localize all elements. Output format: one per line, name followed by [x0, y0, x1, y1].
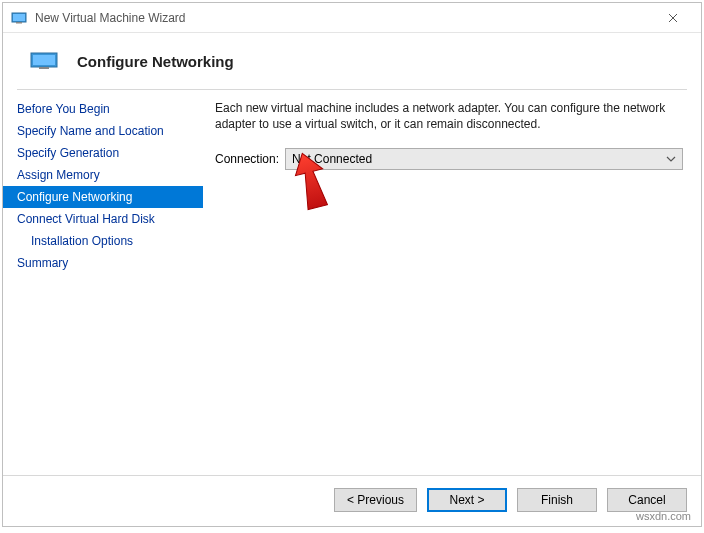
- page-title: Configure Networking: [77, 53, 234, 70]
- wizard-content: Each new virtual machine includes a netw…: [203, 90, 687, 475]
- wizard-steps: Before You Begin Specify Name and Locati…: [3, 90, 203, 475]
- description-text: Each new virtual machine includes a netw…: [215, 100, 683, 132]
- wizard-body: Before You Begin Specify Name and Locati…: [3, 90, 701, 475]
- previous-button[interactable]: < Previous: [334, 488, 417, 512]
- connection-value: Not Connected: [292, 152, 372, 166]
- close-button[interactable]: [653, 4, 693, 32]
- next-button[interactable]: Next >: [427, 488, 507, 512]
- connection-row: Connection: Not Connected: [215, 148, 683, 170]
- app-icon: [11, 10, 27, 26]
- vm-icon: [29, 51, 59, 71]
- titlebar: New Virtual Machine Wizard: [3, 3, 701, 33]
- step-specify-name-location[interactable]: Specify Name and Location: [3, 120, 203, 142]
- wizard-window: New Virtual Machine Wizard Configure Net…: [2, 2, 702, 527]
- step-configure-networking[interactable]: Configure Networking: [3, 186, 203, 208]
- step-before-you-begin[interactable]: Before You Begin: [3, 98, 203, 120]
- step-assign-memory[interactable]: Assign Memory: [3, 164, 203, 186]
- cancel-button[interactable]: Cancel: [607, 488, 687, 512]
- step-connect-virtual-hard-disk[interactable]: Connect Virtual Hard Disk: [3, 208, 203, 230]
- svg-rect-7: [39, 67, 49, 69]
- svg-rect-1: [13, 14, 25, 21]
- chevron-down-icon: [666, 154, 676, 164]
- step-specify-generation[interactable]: Specify Generation: [3, 142, 203, 164]
- step-installation-options[interactable]: Installation Options: [3, 230, 203, 252]
- svg-rect-2: [16, 22, 22, 24]
- wizard-header: Configure Networking: [3, 33, 701, 83]
- step-summary[interactable]: Summary: [3, 252, 203, 274]
- connection-label: Connection:: [215, 152, 279, 166]
- wizard-footer: < Previous Next > Finish Cancel: [3, 475, 701, 526]
- svg-rect-6: [33, 55, 55, 65]
- finish-button[interactable]: Finish: [517, 488, 597, 512]
- window-title: New Virtual Machine Wizard: [35, 11, 653, 25]
- connection-dropdown[interactable]: Not Connected: [285, 148, 683, 170]
